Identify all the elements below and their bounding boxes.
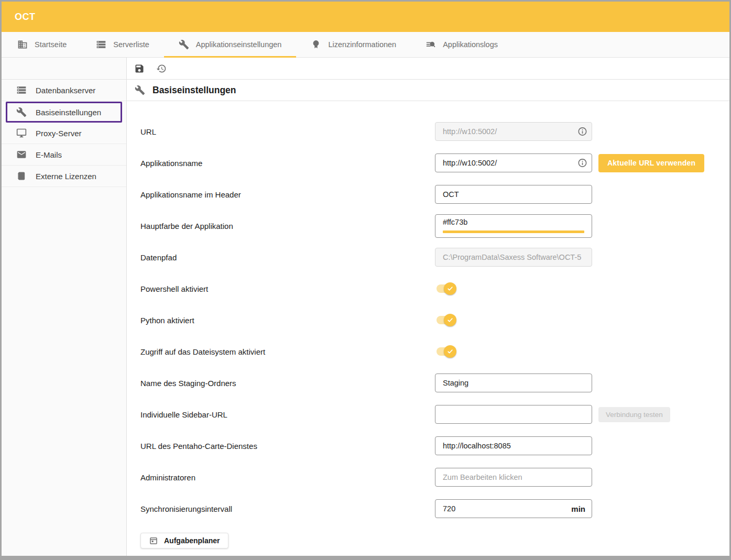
datenpfad-input-wrap (435, 248, 592, 267)
document-icon (16, 171, 27, 181)
dateisystem-zugriff-control (435, 347, 454, 356)
hauptfarbe-label: Hauptfarbe der Applikation (140, 222, 435, 230)
administratoren-label: Administratoren (140, 473, 435, 482)
applikationsname-control: Aktuelle URL verwenden (435, 153, 704, 172)
tab-applikationseinstellungen[interactable]: Applikationseinstellungen (164, 32, 297, 57)
app-window: OCT StartseiteServerlisteApplikationsein… (0, 0, 731, 560)
python-aktiviert-control (435, 316, 454, 324)
form-row-datenpfad: Datenpfad (140, 241, 729, 273)
tab-label: Lizenzinformationen (328, 40, 396, 49)
app-title: OCT (15, 12, 36, 23)
license-badge-icon (311, 39, 321, 50)
python-aktiviert-label: Python aktiviert (140, 316, 435, 325)
toggle-check-icon (444, 282, 456, 295)
url-control (435, 122, 592, 141)
page-title: Basiseinstellungen (152, 85, 236, 96)
sidebar-item-label: Externe Lizenzen (36, 172, 96, 181)
sidebar-item-proxy-server[interactable]: Proxy-Server (2, 123, 126, 144)
datenpfad-control (435, 248, 592, 267)
tab-label: Serverliste (113, 40, 149, 49)
content-area: DatenbankserverBasiseinstellungenProxy-S… (2, 58, 729, 556)
toggle-check-icon (444, 314, 456, 326)
sidebar-item-e-mails[interactable]: E-Mails (2, 144, 126, 166)
administratoren-input-wrap (435, 468, 592, 487)
applikationsname-im-header-input[interactable] (435, 185, 592, 204)
form-row-url: URL (140, 116, 729, 147)
form-row-sidebar-url: Individuelle Sidebar-URLVerbindung teste… (140, 399, 729, 430)
url-label: URL (140, 127, 435, 136)
aufgabenplaner-button[interactable]: Aufgabenplaner (140, 533, 228, 548)
python-aktiviert-toggle[interactable] (437, 316, 454, 324)
dateisystem-zugriff-toggle[interactable] (437, 347, 454, 356)
envelope-icon (16, 149, 27, 160)
sidebar-url-button: Verbindung testen (598, 407, 670, 422)
staging-ordner-input-wrap (435, 374, 592, 392)
server-list-icon (16, 85, 27, 95)
info-icon[interactable] (577, 158, 587, 168)
calendar-icon (149, 536, 158, 545)
save-button[interactable] (131, 60, 148, 77)
powershell-aktiviert-toggle[interactable] (437, 284, 454, 293)
pentaho-url-label: URL des Pentaho-Carte-Dienstes (140, 442, 435, 451)
sidebar-url-input[interactable] (435, 405, 592, 424)
main-panel: Basiseinstellungen URLApplikationsnameAk… (127, 58, 729, 556)
staging-ordner-label: Name des Staging-Ordners (140, 379, 435, 388)
hauptfarbe-input-wrap (435, 214, 592, 238)
history-button[interactable] (153, 60, 170, 77)
hauptfarbe-color-preview (443, 230, 584, 233)
log-search-icon (425, 39, 436, 50)
powershell-aktiviert-label: Powershell aktiviert (140, 284, 435, 293)
datenpfad-label: Datenpfad (140, 253, 435, 262)
tab-serverliste[interactable]: Serverliste (81, 32, 164, 57)
sidebar-spacer (2, 58, 126, 80)
pentaho-url-input-wrap (435, 436, 592, 455)
pentaho-url-input[interactable] (435, 436, 592, 455)
wrench-icon (16, 107, 27, 117)
form-row-python-aktiviert: Python aktiviert (140, 304, 729, 336)
sidebar-item-datenbankserver[interactable]: Datenbankserver (2, 80, 126, 101)
toolbar (127, 58, 729, 80)
hauptfarbe-control (435, 214, 592, 238)
sync-intervall-unit-suffix: min (571, 504, 585, 513)
applikationsname-button[interactable]: Aktuelle URL verwenden (598, 154, 704, 172)
staging-ordner-control (435, 374, 592, 392)
hauptfarbe-input[interactable] (435, 214, 592, 238)
datenpfad-input (435, 248, 592, 267)
powershell-aktiviert-control (435, 284, 454, 293)
form-row-pentaho-url: URL des Pentaho-Carte-Dienstes (140, 430, 729, 462)
app-header: OCT (2, 2, 729, 32)
applikationsname-input[interactable] (435, 153, 592, 172)
form-row-applikationsname-im-header: Applikationsname im Header (140, 179, 729, 210)
settings-form: URLApplikationsnameAktuelle URL verwende… (127, 101, 729, 548)
form-row-staging-ordner: Name des Staging-Ordners (140, 367, 729, 399)
administratoren-input[interactable] (435, 468, 592, 487)
url-input (435, 122, 592, 141)
staging-ordner-input[interactable] (435, 374, 592, 392)
sync-intervall-label: Synchronisierungsintervall (140, 504, 435, 513)
sidebar-url-label: Individuelle Sidebar-URL (140, 410, 435, 419)
sidebar-item-externe-lizenzen[interactable]: Externe Lizenzen (2, 166, 126, 187)
applikationsname-im-header-control (435, 185, 592, 204)
form-row-hauptfarbe: Hauptfarbe der Applikation (140, 210, 729, 241)
sidebar-item-basiseinstellungen[interactable]: Basiseinstellungen (6, 102, 122, 123)
form-row-applikationsname: ApplikationsnameAktuelle URL verwenden (140, 147, 729, 179)
applikationsname-input-wrap (435, 153, 592, 172)
tab-applikationslogs[interactable]: Applikationslogs (411, 32, 512, 57)
tab-startseite[interactable]: Startseite (3, 32, 81, 57)
server-list-icon (96, 39, 106, 50)
tab-lizenzinformationen[interactable]: Lizenzinformationen (296, 32, 411, 57)
sidebar: DatenbankserverBasiseinstellungenProxy-S… (2, 58, 127, 556)
sidebar-item-label: Datenbankserver (36, 86, 95, 95)
sidebar-item-label: E-Mails (36, 150, 62, 159)
sync-intervall-input[interactable] (435, 499, 592, 518)
aufgabenplaner-label: Aufgabenplaner (164, 536, 220, 545)
sidebar-item-label: Proxy-Server (36, 129, 82, 138)
page-heading: Basiseinstellungen (127, 80, 729, 101)
applikationsname-im-header-input-wrap (435, 185, 592, 204)
administratoren-control (435, 468, 592, 487)
form-row-dateisystem-zugriff: Zugriff auf das Dateisystem aktiviert (140, 336, 729, 367)
monitor-icon (16, 128, 27, 138)
info-icon[interactable] (577, 127, 587, 137)
url-input-wrap (435, 122, 592, 141)
wrench-icon (135, 85, 145, 95)
